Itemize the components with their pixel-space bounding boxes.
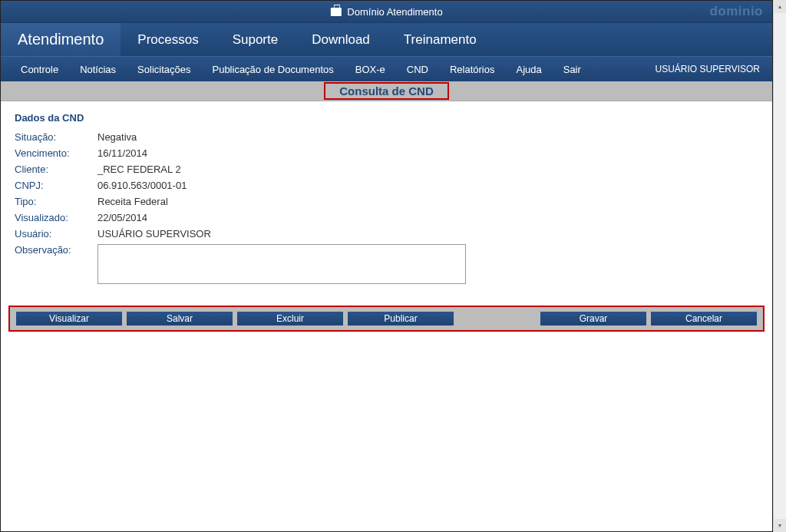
- page-title: Consulta de CND: [324, 82, 449, 100]
- field-tipo: Tipo: Receita Federal: [15, 196, 758, 207]
- value-cnpj: 06.910.563/0001-01: [97, 180, 187, 191]
- subnav-noticias[interactable]: Notícias: [69, 64, 127, 75]
- label-usuario: Usuário:: [15, 228, 97, 240]
- content-area: Dados da CND Situação: Negativa Vencimen…: [1, 101, 772, 296]
- subnav-publicacao[interactable]: Publicação de Documentos: [201, 64, 344, 75]
- sub-nav-items: Controle Notícias Solicitações Publicaçã…: [10, 64, 592, 75]
- subnav-ajuda[interactable]: Ajuda: [505, 64, 552, 75]
- main-nav: Atendimento Processos Suporte Download T…: [1, 23, 772, 56]
- label-visualizado: Visualizado:: [15, 212, 97, 223]
- gravar-button[interactable]: Gravar: [540, 312, 646, 325]
- subnav-cnd[interactable]: CND: [396, 64, 439, 75]
- label-cliente: Cliente:: [15, 164, 97, 175]
- subnav-solicitacoes[interactable]: Solicitações: [127, 64, 201, 75]
- visualizar-button[interactable]: Visualizar: [16, 312, 122, 325]
- brand-logo: dominio: [709, 4, 763, 19]
- button-spacer: [458, 312, 536, 325]
- value-visualizado: 22/05/2014: [97, 212, 147, 223]
- subnav-controle[interactable]: Controle: [10, 64, 69, 75]
- excluir-button[interactable]: Excluir: [237, 312, 343, 325]
- field-cnpj: CNPJ: 06.910.563/0001-01: [15, 180, 758, 191]
- current-user-label: USUÁRIO SUPERVISOR: [656, 64, 763, 74]
- value-vencimento: 16/11/2014: [97, 147, 147, 159]
- section-title: Dados da CND: [15, 112, 758, 124]
- nav-treinamento[interactable]: Treinamento: [387, 23, 494, 56]
- app-frame: Domínio Atendimento dominio Atendimento …: [0, 0, 773, 532]
- field-vencimento: Vencimento: 16/11/2014: [15, 147, 758, 159]
- title-bar: Domínio Atendimento dominio: [1, 1, 772, 23]
- app-title-wrap: Domínio Atendimento: [330, 6, 442, 18]
- value-usuario: USUÁRIO SUPERVISOR: [97, 228, 211, 240]
- value-tipo: Receita Federal: [97, 196, 168, 207]
- cancelar-button[interactable]: Cancelar: [651, 312, 757, 325]
- label-vencimento: Vencimento:: [15, 147, 97, 159]
- briefcase-icon: [330, 8, 341, 16]
- subnav-sair[interactable]: Sair: [553, 64, 592, 75]
- vertical-scrollbar[interactable]: ▴ ▾: [773, 0, 786, 532]
- label-cnpj: CNPJ:: [15, 180, 97, 191]
- field-situacao: Situação: Negativa: [15, 131, 758, 143]
- page-title-bar: Consulta de CND: [1, 81, 772, 101]
- field-cliente: Cliente: _REC FEDERAL 2: [15, 164, 758, 175]
- subnav-boxe[interactable]: BOX-e: [345, 64, 396, 75]
- value-cliente: _REC FEDERAL 2: [97, 164, 181, 175]
- observacao-textarea[interactable]: [97, 244, 466, 284]
- button-bar: Visualizar Salvar Excluir Publicar Grava…: [8, 306, 765, 332]
- label-tipo: Tipo:: [15, 196, 97, 207]
- sub-nav: Controle Notícias Solicitações Publicaçã…: [1, 56, 772, 81]
- nav-processos[interactable]: Processos: [121, 23, 215, 56]
- field-observacao: Observação:: [15, 244, 758, 284]
- nav-atendimento[interactable]: Atendimento: [1, 23, 121, 56]
- subnav-relatorios[interactable]: Relatórios: [439, 64, 506, 75]
- publicar-button[interactable]: Publicar: [348, 312, 454, 325]
- field-usuario: Usuário: USUÁRIO SUPERVISOR: [15, 228, 758, 240]
- nav-download[interactable]: Download: [295, 23, 387, 56]
- salvar-button[interactable]: Salvar: [127, 312, 233, 325]
- label-situacao: Situação:: [15, 131, 97, 143]
- scroll-up-arrow-icon[interactable]: ▴: [774, 0, 786, 13]
- label-observacao: Observação:: [15, 244, 97, 256]
- app-title: Domínio Atendimento: [347, 6, 442, 18]
- scroll-down-arrow-icon[interactable]: ▾: [774, 519, 786, 532]
- field-visualizado: Visualizado: 22/05/2014: [15, 212, 758, 223]
- nav-suporte[interactable]: Suporte: [216, 23, 296, 56]
- value-situacao: Negativa: [97, 131, 137, 143]
